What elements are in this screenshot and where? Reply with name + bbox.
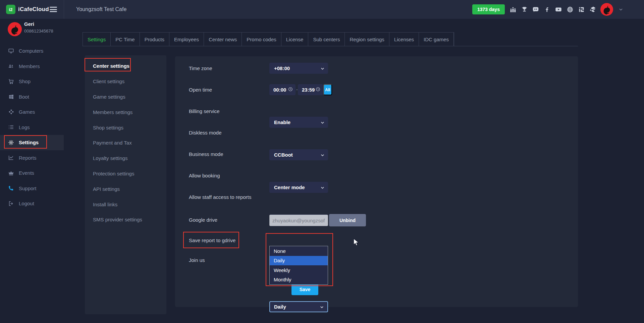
dropdown-option-monthly[interactable]: Monthly <box>270 275 328 285</box>
sidebar-item-members[interactable]: Members <box>0 59 64 74</box>
globe-icon[interactable] <box>566 6 574 13</box>
trophy-icon[interactable] <box>521 6 528 13</box>
chevron-down-icon <box>320 153 325 158</box>
time-zone-label: Time zone <box>189 63 212 74</box>
google-drive-account-input[interactable] <box>269 215 328 226</box>
avatar[interactable] <box>600 3 613 16</box>
diskless-mode-value: CCBoot <box>274 152 293 158</box>
layers-icon[interactable] <box>589 6 596 13</box>
business-mode-label: Business mode <box>189 149 223 160</box>
google-drive-label: Google drive <box>189 214 217 225</box>
cart-icon <box>8 78 14 85</box>
sidebar-item-settings[interactable]: Settings <box>0 135 64 150</box>
tab-settings[interactable]: Settings <box>83 33 111 46</box>
billing-service-select[interactable]: Enable <box>269 117 328 128</box>
business-mode-select[interactable]: Center mode <box>269 182 328 193</box>
monitor-icon <box>8 48 14 54</box>
settings-subnav: Center settings Client settings Game set… <box>93 58 160 227</box>
sidebar-item-label: Support <box>19 185 37 191</box>
subnav-sms-provider-settings[interactable]: SMS provider settings <box>93 212 160 227</box>
save-button[interactable]: Save <box>291 283 318 295</box>
topbar-divider <box>64 0 64 19</box>
sidebar-item-computers[interactable]: Computers <box>0 43 64 59</box>
logout-icon <box>8 201 14 207</box>
open-time-from-input[interactable]: 00:00 <box>269 84 296 95</box>
sidebar-item-label: Settings <box>19 140 39 145</box>
open-time-to-value: 23:59 <box>302 87 315 93</box>
sidebar-item-games[interactable]: Games <box>0 104 64 120</box>
gamepad-icon <box>8 109 14 115</box>
hamburger-menu-icon[interactable] <box>50 6 57 13</box>
sidebar-item-label: Shop <box>19 78 31 84</box>
open-time-all-button[interactable]: All <box>323 84 332 95</box>
sidebar-nav: Computers Members Shop Boot Games Logs S… <box>0 43 64 211</box>
tab-sub-centers[interactable]: Sub centers <box>308 33 345 46</box>
subnav-client-settings[interactable]: Client settings <box>93 74 160 89</box>
subnav-center-settings[interactable]: Center settings <box>93 58 160 74</box>
save-report-label: Save report to gdrive <box>189 235 235 246</box>
chevron-down-icon[interactable] <box>617 6 625 13</box>
subnav-members-settings[interactable]: Members settings <box>93 104 160 120</box>
ranking-icon[interactable] <box>509 6 517 13</box>
dropdown-option-none[interactable]: None <box>270 246 328 256</box>
topbar-icons <box>509 0 625 19</box>
sidebar-item-logout[interactable]: Logout <box>0 196 64 211</box>
save-report-dropdown: None Daily Weekly Monthly <box>269 246 328 285</box>
save-report-value: Daily <box>274 304 286 310</box>
discord-icon[interactable] <box>532 6 539 13</box>
sidebar-item-logs[interactable]: Logs <box>0 120 64 135</box>
tab-pc-time[interactable]: PC Time <box>111 33 140 46</box>
sidebar-item-events[interactable]: Events <box>0 165 64 181</box>
app-root: i2 iCafeCloud Youngzsoft Test Cafe 1373 … <box>0 0 644 323</box>
crown-icon <box>8 170 14 176</box>
chevron-down-icon <box>320 305 324 310</box>
subnav-install-links[interactable]: Install links <box>93 197 160 212</box>
tab-idc-games[interactable]: IDC games <box>419 33 454 46</box>
tab-licenses[interactable]: Licenses <box>389 33 419 46</box>
time-zone-select[interactable]: +08:00 <box>269 63 328 74</box>
subnav-payment-and-tax[interactable]: Payment and Tax <box>93 135 160 151</box>
gear-icon <box>8 140 14 146</box>
facebook-icon[interactable] <box>543 6 551 13</box>
subnav-game-settings[interactable]: Game settings <box>93 89 160 105</box>
user-avatar[interactable] <box>8 22 22 36</box>
tab-region-settings[interactable]: Region settings <box>345 33 389 46</box>
list-icon <box>8 124 14 130</box>
sidebar-item-reports[interactable]: Reports <box>0 150 64 166</box>
youtube-icon[interactable] <box>555 6 562 13</box>
save-report-select[interactable]: Daily <box>269 301 328 312</box>
sidebar-item-shop[interactable]: Shop <box>0 74 64 89</box>
tab-products[interactable]: Products <box>140 33 169 46</box>
allow-booking-label: Allow booking <box>189 170 220 181</box>
sidebar-item-support[interactable]: Support <box>0 181 64 196</box>
tab-promo-codes[interactable]: Promo codes <box>242 33 281 46</box>
chevron-down-icon <box>320 185 325 191</box>
tabbar-extension-line <box>422 46 578 46</box>
windows-icon <box>8 94 14 100</box>
sidebar-item-label: Computers <box>19 48 43 54</box>
subnav-protection-settings[interactable]: Protection settings <box>93 166 160 181</box>
user-name: Geri <box>24 21 34 27</box>
sidebar-item-label: Boot <box>19 94 29 100</box>
tab-license[interactable]: License <box>281 33 309 46</box>
page-title: Youngzsoft Test Cafe <box>76 0 126 19</box>
subnav-loyalty-settings[interactable]: Loyalty settings <box>93 151 160 166</box>
unbind-button[interactable]: Unbind <box>329 214 366 226</box>
diskless-mode-select[interactable]: CCBoot <box>269 149 328 160</box>
days-remaining-badge[interactable]: 1373 days <box>472 4 505 14</box>
sidebar-item-boot[interactable]: Boot <box>0 89 64 105</box>
dropdown-option-daily[interactable]: Daily <box>270 256 328 266</box>
dropdown-option-weekly[interactable]: Weekly <box>270 265 328 275</box>
tab-center-news[interactable]: Center news <box>204 33 242 46</box>
sidebar-item-label: Logout <box>19 201 34 206</box>
subnav-api-settings[interactable]: API settings <box>93 181 160 197</box>
open-time-from-value: 00:00 <box>273 87 286 93</box>
subnav-shop-settings[interactable]: Shop settings <box>93 120 160 135</box>
time-zone-value: +08:00 <box>274 65 290 71</box>
settings-form-panel <box>175 56 578 307</box>
icafecloud-icon[interactable] <box>578 6 585 13</box>
user-phone: 008612345678 <box>24 29 53 34</box>
tab-employees[interactable]: Employees <box>169 33 204 46</box>
members-icon <box>8 63 14 69</box>
open-time-to-input[interactable]: 23:59 <box>298 84 323 95</box>
